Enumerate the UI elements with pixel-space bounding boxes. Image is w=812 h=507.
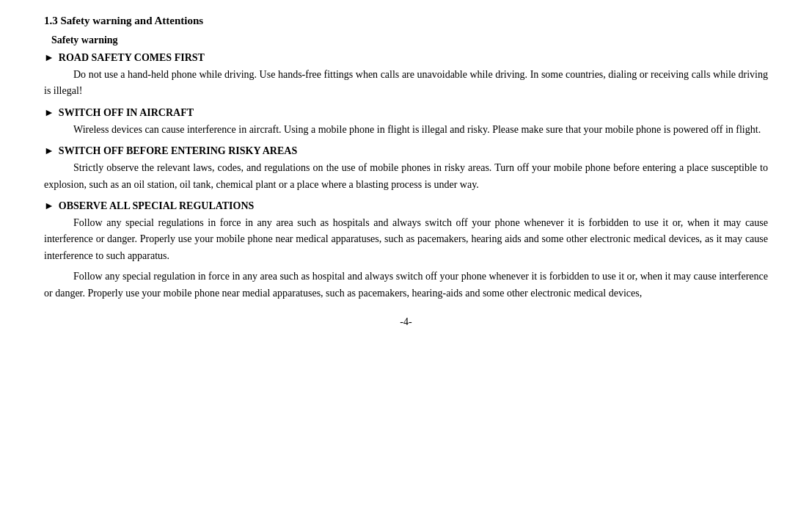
sub-heading: Safety warning: [51, 34, 768, 46]
bullet-title-4: ► OBSERVE ALL SPECIAL REGULATIONS: [44, 200, 768, 212]
bullet-title-3: ► SWITCH OFF BEFORE ENTERING RISKY AREAS: [44, 145, 768, 157]
bullet-special-regulations: ► OBSERVE ALL SPECIAL REGULATIONS Follow…: [44, 200, 768, 302]
bullet-paragraph-4-0: Follow any special regulations in force …: [44, 215, 768, 264]
bullet-title-2: ► SWITCH OFF IN AIRCRAFT: [44, 107, 768, 119]
bullet-paragraph-4-1: Follow any special regulation in force i…: [44, 269, 768, 302]
bullet-title-1: ► ROAD SAFETY COMES FIRST: [44, 52, 768, 64]
bullet-paragraph-3-0: Strictly observe the relevant laws, code…: [44, 160, 768, 193]
page-number: -4-: [44, 316, 768, 328]
bullet-aircraft: ► SWITCH OFF IN AIRCRAFT Wireless device…: [44, 107, 768, 138]
section-title: 1.3 Safety warning and Attentions: [44, 15, 768, 27]
bullet-road-safety: ► ROAD SAFETY COMES FIRST Do not use a h…: [44, 52, 768, 100]
bullet-paragraph-2-0: Wireless devices can cause interference …: [44, 122, 768, 138]
bullet-paragraph-1-0: Do not use a hand-held phone while drivi…: [44, 67, 768, 100]
page-content: 1.3 Safety warning and Attentions Safety…: [44, 15, 768, 328]
bullet-risky-areas: ► SWITCH OFF BEFORE ENTERING RISKY AREAS…: [44, 145, 768, 193]
arrow-icon-3: ►: [44, 145, 54, 157]
arrow-icon-4: ►: [44, 200, 54, 212]
arrow-icon-1: ►: [44, 52, 54, 64]
arrow-icon-2: ►: [44, 107, 54, 119]
